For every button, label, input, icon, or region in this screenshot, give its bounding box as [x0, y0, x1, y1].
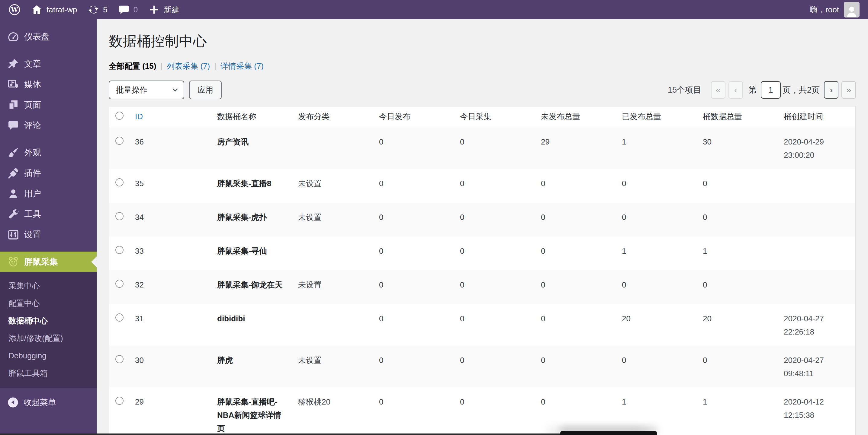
filter-link-0[interactable]: 全部配置 (15): [109, 61, 156, 71]
prev-page-button[interactable]: ‹: [728, 81, 743, 99]
updates-count: 5: [103, 5, 107, 14]
cell-id: 31: [129, 304, 211, 346]
bulk-action-select[interactable]: 批量操作: [109, 80, 184, 99]
sidebar-item-appearance[interactable]: 外观: [0, 142, 97, 163]
cell-publish-category: [292, 236, 373, 270]
admin-bar: W fatrat-wp 5 0 新建 嗨，root: [0, 0, 868, 19]
sidebar-item-label: 页面: [24, 99, 41, 111]
cell-created-time: [778, 203, 856, 236]
cell-today-collected: 0: [454, 236, 535, 270]
sidebar-item-dashboard[interactable]: 仪表盘: [0, 27, 97, 47]
cell-id: 36: [129, 127, 211, 169]
cell-today-published: 0: [373, 270, 454, 304]
pushpin-icon: [7, 58, 19, 70]
cell-publish-category: 未设置: [292, 169, 373, 203]
row-checkbox[interactable]: [115, 246, 124, 254]
site-link[interactable]: fatrat-wp: [31, 4, 77, 16]
row-checkbox[interactable]: [115, 137, 124, 145]
cell-id: 29: [129, 387, 211, 435]
cell-id: 35: [129, 169, 211, 203]
row-checkbox[interactable]: [115, 355, 124, 363]
table-header-row: ID 数据桶名称 发布分类 今日发布 今日采集 未发布总量 已发布总量 桶数据总…: [109, 106, 856, 127]
filter-link-1[interactable]: 列表采集 (7): [167, 61, 210, 71]
plug-icon: [7, 167, 19, 179]
submenu-item-1[interactable]: 配置中心: [0, 294, 97, 312]
cell-bucket-total: 0: [697, 270, 778, 304]
sidebar-item-label: 文章: [24, 58, 41, 70]
cell-created-time: [778, 169, 856, 203]
cell-unpublished-total: 0: [535, 236, 616, 270]
submenu-item-0[interactable]: 采集中心: [0, 277, 97, 294]
row-checkbox[interactable]: [115, 178, 124, 187]
column-header-published-total: 已发布总量: [616, 106, 697, 127]
collapse-menu-button[interactable]: 收起菜单: [0, 392, 97, 413]
cell-published-total: 0: [616, 169, 697, 203]
avatar: [844, 2, 860, 18]
sidebar-item-plugins[interactable]: 插件: [0, 163, 97, 183]
sidebar-item-pages[interactable]: 页面: [0, 95, 97, 115]
sidebar-item-comments[interactable]: 评论: [0, 115, 97, 136]
sidebar-item-label: 仪表盘: [24, 31, 50, 42]
cell-today-collected: 0: [454, 169, 535, 203]
sidebar-item-settings[interactable]: 设置: [0, 225, 97, 245]
wordpress-menu[interactable]: W: [8, 4, 21, 16]
sidebar-item-tools[interactable]: 工具: [0, 204, 97, 225]
submenu-item-3[interactable]: 添加/修改(配置): [0, 329, 97, 347]
select-all-checkbox[interactable]: [115, 112, 124, 120]
new-content-button[interactable]: 新建: [148, 4, 179, 16]
table-row-bucket-29: 29胖鼠采集-直播吧-NBA新闻篮球详情页猕猴桃20000112020-04-1…: [109, 387, 856, 435]
filter-link-2[interactable]: 详情采集 (7): [220, 61, 264, 71]
cell-created-time: [778, 270, 856, 304]
cell-publish-category: 未设置: [292, 203, 373, 236]
row-checkbox[interactable]: [115, 212, 124, 220]
cell-published-total: 1: [616, 387, 697, 435]
sidebar-item-label: 用户: [24, 188, 41, 199]
row-checkbox[interactable]: [115, 280, 124, 288]
row-checkbox[interactable]: [115, 397, 124, 405]
cell-today-collected: 0: [454, 203, 535, 236]
background-window-shadow: [560, 431, 657, 435]
cell-created-time: 2020-04-27 09:48:11: [778, 346, 856, 387]
sidebar-item-posts[interactable]: 文章: [0, 54, 97, 74]
first-page-button[interactable]: «: [711, 81, 725, 99]
cell-publish-category: 未设置: [292, 346, 373, 387]
column-header-today-collected: 今日采集: [454, 106, 535, 127]
pagination: 15个项目 « ‹ 第 页，共2页 › »: [668, 81, 856, 99]
cell-publish-category: [292, 304, 373, 346]
table-row-bucket-35: 35胖鼠采集-直播8未设置00000: [109, 169, 856, 203]
submenu-item-4[interactable]: Debugging: [0, 347, 97, 364]
sidebar-item-label: 设置: [24, 229, 41, 240]
cell-published-total: 20: [616, 304, 697, 346]
column-header-id[interactable]: ID: [135, 112, 143, 121]
updates-link[interactable]: 5: [87, 4, 107, 16]
next-page-button[interactable]: ›: [824, 81, 838, 99]
submenu-item-5[interactable]: 胖鼠工具箱: [0, 364, 97, 382]
current-page-input[interactable]: [761, 81, 781, 99]
cell-created-time: [778, 236, 856, 270]
cell-unpublished-total: 0: [535, 169, 616, 203]
sidebar-item-label: 胖鼠采集: [24, 256, 58, 268]
cell-bucket-total: 0: [697, 346, 778, 387]
sidebar-item-label: 工具: [24, 208, 41, 220]
comments-link[interactable]: 0: [118, 4, 138, 16]
cell-id: 30: [129, 346, 211, 387]
account-menu[interactable]: 嗨，root: [810, 2, 860, 18]
cell-bucket-total: 1: [697, 236, 778, 270]
sidebar-item-label: 外观: [24, 147, 41, 158]
column-header-created-time: 桶创建时间: [778, 106, 856, 127]
cell-created-time: 2020-04-12 12:15:38: [778, 387, 856, 435]
apply-button[interactable]: 应用: [189, 80, 222, 99]
sidebar-item-fatrat-collect[interactable]: 胖鼠采集: [0, 252, 97, 272]
cell-today-collected: 0: [454, 270, 535, 304]
last-page-button[interactable]: »: [841, 81, 856, 99]
submenu-item-2-current[interactable]: 数据桶中心: [0, 312, 97, 329]
sidebar-item-users[interactable]: 用户: [0, 183, 97, 204]
row-checkbox[interactable]: [115, 313, 124, 322]
cell-bucket-name: 胖鼠采集-虎扑: [211, 203, 292, 236]
account-greeting: 嗨，root: [810, 4, 839, 15]
admin-sidebar: 仪表盘文章媒体页面评论外观插件用户工具设置 胖鼠采集 采集中心配置中心数据桶中心…: [0, 19, 97, 435]
background-window-edge: [0, 434, 657, 435]
sidebar-item-media[interactable]: 媒体: [0, 74, 97, 95]
filter-separator: |: [214, 62, 216, 71]
wrench-icon: [7, 208, 19, 220]
